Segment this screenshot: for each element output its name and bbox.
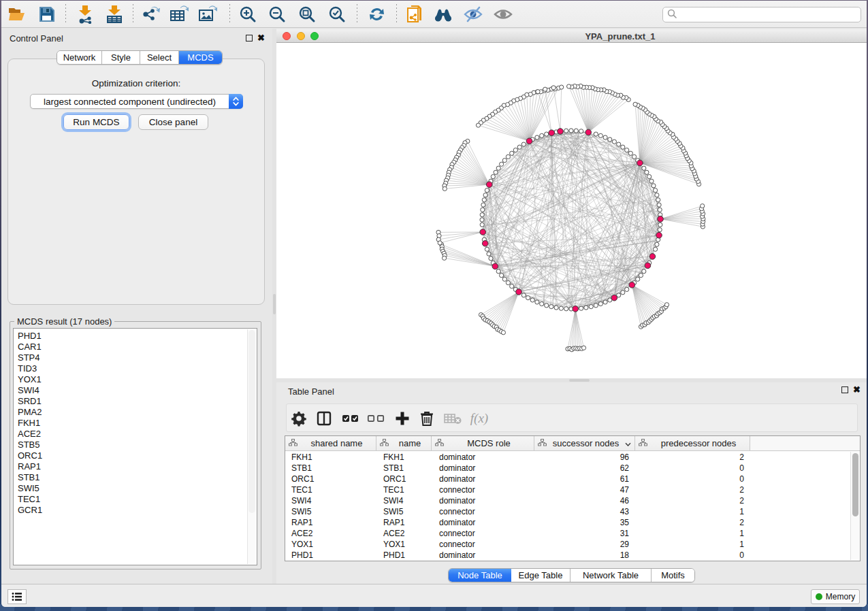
main-toolbar: [1, 1, 867, 28]
memory-label: Memory: [826, 592, 855, 601]
add-row-icon[interactable]: [392, 409, 413, 428]
result-item[interactable]: FKH1: [14, 418, 257, 429]
minimize-window-icon[interactable]: [297, 32, 305, 40]
cell-predecessor-nodes: 0: [739, 474, 744, 484]
zoom-in-icon[interactable]: [238, 5, 258, 24]
table-row[interactable]: YOX1YOX1connector291: [285, 539, 852, 550]
tab-select[interactable]: Select: [140, 51, 179, 64]
close-panel-button[interactable]: Close panel: [138, 114, 208, 130]
result-item[interactable]: STB1: [14, 472, 257, 483]
result-item[interactable]: SWI5: [14, 483, 257, 494]
float-table-panel-icon[interactable]: [841, 386, 848, 393]
column-header-successor-nodes[interactable]: successor nodes: [534, 436, 635, 451]
network-window-titlebar[interactable]: YPA_prune.txt_1: [276, 29, 867, 43]
hide-selected-icon[interactable]: [463, 5, 483, 24]
clone-network-icon[interactable]: [405, 5, 425, 24]
close-panel-icon[interactable]: ✖: [257, 35, 265, 42]
tab-edge-table[interactable]: Edge Table: [511, 569, 570, 582]
column-header-predecessor-nodes[interactable]: predecessor nodes: [635, 436, 750, 451]
toolbar-separator: [65, 4, 66, 24]
cell-predecessor-nodes: 1: [739, 529, 744, 538]
select-all-icon[interactable]: [340, 409, 361, 428]
tab-node-table[interactable]: Node Table: [449, 569, 511, 582]
vertical-splitter-handle[interactable]: [273, 294, 276, 314]
zoom-selected-icon[interactable]: [327, 5, 347, 24]
result-item[interactable]: SRD1: [14, 396, 257, 407]
result-item[interactable]: PHD1: [14, 329, 257, 342]
delete-row-icon[interactable]: [417, 409, 437, 428]
table-panel-tabs: Node TableEdge TableNetwork TableMotifs: [448, 568, 695, 582]
close-table-panel-icon[interactable]: ✖: [853, 386, 861, 393]
zoom-fit-icon[interactable]: [297, 5, 317, 24]
memory-button[interactable]: Memory: [811, 589, 860, 604]
table-row[interactable]: TEC1TEC1connector472: [285, 484, 852, 495]
search-input[interactable]: [677, 7, 861, 22]
result-item[interactable]: STP4: [14, 352, 257, 363]
close-window-icon[interactable]: [283, 32, 291, 40]
export-image-icon[interactable]: [197, 5, 218, 24]
run-mcds-button[interactable]: Run MCDS: [63, 114, 129, 130]
function-builder-icon[interactable]: f(x): [469, 409, 489, 428]
horizontal-splitter-handle[interactable]: [569, 379, 590, 382]
result-item[interactable]: SWI4: [14, 385, 257, 396]
result-item[interactable]: CAR1: [14, 342, 257, 352]
delete-table-icon[interactable]: [443, 409, 463, 428]
column-header-MCDS-role[interactable]: MCDS role: [432, 436, 534, 451]
table-settings-icon[interactable]: [289, 409, 309, 428]
column-type-icon: [380, 438, 389, 448]
export-network-icon[interactable]: [140, 5, 161, 24]
result-item[interactable]: ORC1: [14, 450, 257, 461]
result-item[interactable]: TEC1: [14, 494, 257, 505]
status-list-button[interactable]: [7, 589, 27, 604]
show-columns-icon[interactable]: [314, 409, 334, 428]
toolbar-separator: [133, 4, 133, 24]
tab-network-table[interactable]: Network Table: [570, 569, 652, 582]
table-row[interactable]: SWI5SWI5connector431: [285, 506, 852, 517]
column-header-name[interactable]: name: [376, 436, 432, 451]
export-table-icon[interactable]: [169, 5, 189, 24]
column-header-label: predecessor nodes: [647, 438, 750, 448]
table-row[interactable]: FKH1FKH1dominator962: [285, 452, 852, 463]
search-box[interactable]: [662, 7, 861, 22]
table-row[interactable]: PHD1PHD1dominator180: [285, 550, 852, 561]
save-session-icon[interactable]: [37, 5, 57, 24]
import-table-icon[interactable]: [104, 5, 125, 24]
mcds-result-list[interactable]: PHD1CAR1STP4TID3YOX1SWI4SRD1PMA2FKH1ACE2…: [13, 328, 257, 565]
unselect-all-icon[interactable]: [366, 409, 386, 428]
table-row[interactable]: SWI4SWI4dominator462: [285, 495, 852, 506]
column-header-shared-name[interactable]: shared name: [285, 436, 376, 451]
result-item[interactable]: GCR1: [14, 505, 257, 516]
network-canvas[interactable]: [276, 43, 867, 378]
table-scrollbar-thumb[interactable]: [852, 453, 858, 516]
cell-MCDS-role: dominator: [439, 463, 475, 473]
refresh-layout-icon[interactable]: [366, 5, 387, 24]
table-row[interactable]: STB1STB1dominator620: [285, 463, 852, 474]
maximize-window-icon[interactable]: [310, 32, 319, 40]
first-neighbors-icon[interactable]: [433, 5, 453, 24]
float-panel-icon[interactable]: [246, 35, 253, 42]
tab-motifs[interactable]: Motifs: [652, 569, 694, 582]
result-item[interactable]: ACE2: [14, 429, 257, 440]
tab-network[interactable]: Network: [57, 51, 102, 64]
column-header-filler: [750, 436, 860, 451]
result-list-scrollbar[interactable]: [247, 329, 256, 564]
table-panel-title: Table Panel: [288, 386, 334, 397]
tab-style[interactable]: Style: [102, 51, 140, 64]
table-row[interactable]: RAP1RAP1dominator352: [285, 517, 852, 528]
show-all-icon[interactable]: [493, 5, 513, 24]
cell-predecessor-nodes: 2: [739, 518, 744, 527]
node-table[interactable]: shared namenameMCDS rolesuccessor nodesp…: [285, 435, 861, 561]
result-item[interactable]: RAP1: [14, 461, 257, 472]
cell-MCDS-role: connector: [439, 540, 475, 549]
optimization-criterion-select[interactable]: largest connected component (undirected): [30, 94, 243, 109]
table-row[interactable]: ACE2ACE2connector311: [285, 528, 852, 539]
table-row[interactable]: ORC1ORC1dominator610: [285, 474, 852, 484]
result-item[interactable]: PMA2: [14, 407, 257, 418]
result-item[interactable]: YOX1: [14, 374, 257, 385]
open-file-icon[interactable]: [7, 5, 27, 24]
result-item[interactable]: STB5: [14, 440, 257, 450]
result-item[interactable]: TID3: [14, 363, 257, 374]
tab-mcds[interactable]: MCDS: [179, 51, 222, 64]
zoom-out-icon[interactable]: [267, 5, 287, 24]
import-network-icon[interactable]: [75, 5, 95, 24]
